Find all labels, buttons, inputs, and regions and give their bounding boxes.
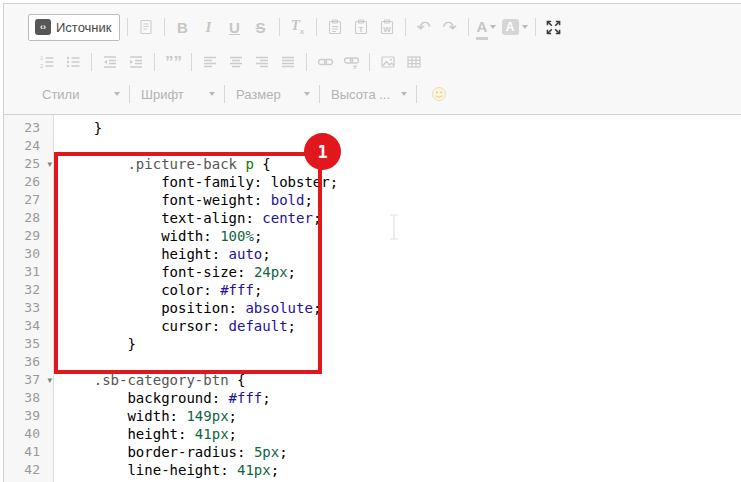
code-line[interactable]: background: #fff;	[60, 389, 741, 407]
toolbar-separator	[369, 53, 370, 71]
numbered-list-button[interactable]: 1 2	[34, 49, 60, 75]
align-right-button[interactable]	[249, 49, 275, 75]
ibeam-cursor	[388, 214, 400, 240]
toolbar-separator	[416, 85, 417, 103]
bold-button[interactable]: B	[170, 14, 196, 40]
paste-button[interactable]	[322, 14, 348, 40]
align-center-button[interactable]	[223, 49, 249, 75]
code-line[interactable]: font-weight: bold;	[60, 191, 741, 209]
blockquote-button[interactable]: ””	[160, 49, 186, 75]
bold-icon: B	[177, 20, 188, 35]
line-number: 32	[4, 281, 53, 299]
redo-button[interactable]: ↷	[437, 14, 463, 40]
document-icon	[138, 19, 154, 35]
font-combo-label: Шрифт	[141, 87, 206, 102]
line-number: 40	[4, 425, 53, 443]
svg-text:T: T	[358, 25, 363, 34]
code-line[interactable]: .picture-back p {	[60, 155, 741, 173]
toolbar-separator	[279, 18, 280, 36]
line-number: 38	[4, 389, 53, 407]
justify-icon	[280, 54, 296, 70]
line-number: 24	[4, 137, 53, 155]
code-line[interactable]: }	[60, 119, 741, 137]
undo-icon: ↶	[416, 19, 430, 36]
svg-text:1: 1	[40, 55, 44, 61]
italic-button[interactable]: I	[196, 14, 222, 40]
underline-icon: U	[229, 20, 240, 35]
bulleted-list-button[interactable]	[60, 49, 86, 75]
maximize-icon	[546, 20, 561, 35]
code-line[interactable]: border-radius: 5px;	[60, 443, 741, 461]
code-line[interactable]: .sb-category-btn {	[60, 371, 741, 389]
link-button[interactable]	[312, 49, 338, 75]
justify-button[interactable]	[275, 49, 301, 75]
text-color-button[interactable]: A	[474, 14, 500, 40]
unlink-button[interactable]	[338, 49, 364, 75]
paste-from-word-icon: W	[379, 19, 395, 35]
code-line[interactable]: text-align: center;	[60, 209, 741, 227]
ckeditor-frame: ‹› Источник B I U S Tx	[3, 3, 741, 482]
background-color-button[interactable]: A	[500, 14, 530, 40]
line-number: 39	[4, 407, 53, 425]
toolbar-separator	[306, 53, 307, 71]
code-line[interactable]	[60, 137, 741, 155]
code-line[interactable]: height: 41px;	[60, 425, 741, 443]
paste-from-word-button[interactable]: W	[374, 14, 400, 40]
toolbar-separator	[129, 85, 130, 103]
code-line[interactable]: color: #fff;	[60, 281, 741, 299]
line-number: 36	[4, 353, 53, 371]
italic-icon: I	[206, 20, 212, 35]
underline-button[interactable]: U	[222, 14, 248, 40]
table-button[interactable]	[401, 49, 427, 75]
code-line[interactable]: }	[60, 335, 741, 353]
code-line[interactable]: width: 149px;	[60, 407, 741, 425]
code-line[interactable]: height: auto;	[60, 245, 741, 263]
fold-arrow-icon[interactable]: ▾	[47, 371, 52, 389]
strikethrough-button[interactable]: S	[248, 14, 274, 40]
toolbar-separator	[127, 18, 128, 36]
blockquote-icon: ””	[164, 54, 182, 70]
code-line[interactable]: cursor: default;	[60, 317, 741, 335]
line-height-combo[interactable]: Высота ...	[325, 82, 411, 106]
toolbar-separator	[164, 18, 165, 36]
line-number: 35	[4, 335, 53, 353]
decrease-indent-button[interactable]	[97, 49, 123, 75]
paste-plain-text-button[interactable]: T	[348, 14, 374, 40]
code-line[interactable]: font-family: lobster;	[60, 173, 741, 191]
remove-format-button[interactable]: Tx	[285, 14, 311, 40]
undo-button[interactable]: ↶	[411, 14, 437, 40]
decrease-indent-icon	[102, 54, 118, 70]
chevron-down-icon	[522, 25, 528, 29]
fold-arrow-icon[interactable]: ▾	[47, 155, 52, 173]
text-color-icon: A	[477, 18, 488, 36]
align-left-button[interactable]	[197, 49, 223, 75]
line-number: 28	[4, 209, 53, 227]
strikethrough-icon: S	[255, 20, 265, 35]
font-size-combo[interactable]: Размер	[230, 82, 314, 106]
svg-text:2: 2	[40, 63, 44, 69]
code-line[interactable]: position: absolute;	[60, 299, 741, 317]
source-icon: ‹›	[35, 19, 51, 35]
source-button[interactable]: ‹› Источник	[28, 14, 120, 41]
code-line[interactable]: font-size: 24px;	[60, 263, 741, 281]
code-lines[interactable]: } .picture-back p { font-family: lobster…	[54, 115, 741, 482]
templates-button[interactable]	[133, 14, 159, 40]
code-line[interactable]: width: 100%;	[60, 227, 741, 245]
background-color-icon: A	[502, 19, 519, 35]
maximize-button[interactable]	[541, 14, 567, 40]
increase-indent-button[interactable]	[123, 49, 149, 75]
line-number: 31	[4, 263, 53, 281]
source-code-area[interactable]: 232425▾262728293031323334353637▾38394041…	[4, 115, 741, 482]
image-icon	[380, 54, 396, 70]
toolbar-separator	[154, 53, 155, 71]
line-height-combo-label: Высота ...	[331, 87, 398, 102]
line-number: 41	[4, 443, 53, 461]
code-line[interactable]	[60, 353, 741, 371]
font-combo[interactable]: Шрифт	[135, 82, 219, 106]
styles-combo-label: Стили	[42, 87, 111, 102]
line-number: 25▾	[4, 155, 53, 173]
code-line[interactable]: line-height: 41px;	[60, 461, 741, 479]
image-button[interactable]	[375, 49, 401, 75]
smiley-button[interactable]	[426, 81, 452, 107]
styles-combo[interactable]: Стили	[36, 82, 124, 106]
